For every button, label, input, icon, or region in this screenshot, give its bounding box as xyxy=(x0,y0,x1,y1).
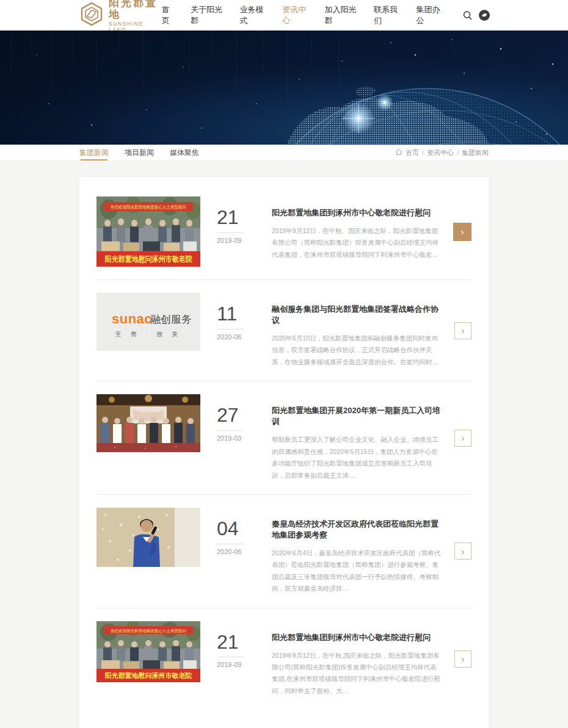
date-divider xyxy=(217,329,244,330)
news-day: 21 xyxy=(217,632,252,653)
news-title[interactable]: 阳光郡置地集团到涿州市中心敬老院进行慰问 xyxy=(272,207,440,218)
date-divider xyxy=(217,430,244,431)
breadcrumb: 首页 / 资讯中心 / 集团新闻 xyxy=(395,148,489,157)
news-arrow-button[interactable]: › xyxy=(454,542,472,560)
home-icon xyxy=(395,148,402,157)
news-excerpt: 2019年9月12日，在中秋、国庆来临之际，阳光郡置地集团有限公司（简称阳光郡集… xyxy=(272,225,440,261)
news-tabbar: 集团新闻 项目新闻 媒体聚焦 首页 / 资讯中心 / 集团新闻 xyxy=(0,145,568,160)
news-item: sunac 融创服务 至 善 · 致 美 11 2020-06 融创服务集团与阳… xyxy=(96,293,472,381)
chevron-right-icon: › xyxy=(462,546,465,557)
chevron-right-icon: › xyxy=(462,325,465,336)
tab-media-focus[interactable]: 媒体聚焦 xyxy=(170,145,199,160)
breadcrumb-group-news[interactable]: 集团新闻 xyxy=(462,148,489,157)
date-divider xyxy=(217,544,244,544)
news-item: 27 2019-03 阳光郡置地集团开展2020年第一期新员工入司培训 帮助新员… xyxy=(96,394,472,495)
nav-join[interactable]: 加入阳光郡 xyxy=(325,1,359,30)
thumb-banner-text: 阳光郡置地慰问涿州市敬老院 xyxy=(105,671,192,679)
news-thumbnail-nursing-home[interactable]: 热烈欢迎阳光郡置地集团爱心人士来院慰问 阳光郡置地慰问涿州市敬老院 xyxy=(96,621,200,682)
news-month: 2020-06 xyxy=(217,333,252,341)
news-date: 11 2020-06 xyxy=(217,304,252,341)
brand-name-cn: 阳光郡置地 xyxy=(109,0,162,21)
news-thumbnail-speaker[interactable] xyxy=(96,508,200,567)
news-arrow-button[interactable]: › xyxy=(454,651,472,668)
search-icon[interactable] xyxy=(462,10,473,21)
hero-banner xyxy=(0,31,568,145)
date-divider xyxy=(217,232,244,233)
news-day: 11 xyxy=(217,304,252,325)
chevron-right-icon: › xyxy=(462,433,465,443)
digital-globe-illustration xyxy=(0,31,568,145)
thumb-banner-text: 热烈欢迎阳光郡置地集团爱心人士来院慰问 xyxy=(111,204,186,211)
news-excerpt: 2019年9月12日，在中秋,国庆来临之际，阳光郡置地集团有限公司(简称阳光郡集… xyxy=(272,650,441,697)
globe-icon[interactable] xyxy=(479,10,490,21)
tab-group-news[interactable]: 集团新闻 xyxy=(79,145,109,160)
news-arrow-button[interactable]: › xyxy=(454,430,472,447)
breadcrumb-home[interactable]: 首页 xyxy=(406,148,419,157)
nav-group-office[interactable]: 集团办公 xyxy=(417,1,443,30)
news-day: 27 xyxy=(217,405,252,426)
news-month: 2019-09 xyxy=(217,661,252,668)
breadcrumb-separator: / xyxy=(457,149,459,156)
news-thumbnail-training[interactable] xyxy=(96,394,200,452)
news-date: 21 2019-09 xyxy=(217,207,252,244)
nav-business[interactable]: 业务模式 xyxy=(240,1,267,30)
news-date: 27 2019-03 xyxy=(217,405,252,442)
news-title[interactable]: 秦皇岛经济技术开发区政府代表团莅临阳光郡置地集团参观考察 xyxy=(272,519,441,541)
breadcrumb-separator: / xyxy=(422,149,424,156)
news-excerpt: 帮助新员工更深入了解公司企业文化、融入企业、增强员工的归属感和责任感，2020年… xyxy=(272,434,441,481)
thumb-banner-text: 热烈欢迎阳光郡置地集团爱心人士来院慰问 xyxy=(111,628,186,633)
news-title[interactable]: 融创服务集团与阳光郡置地集团签署战略合作协议 xyxy=(272,304,441,326)
news-thumbnail-sunac-logo[interactable]: sunac 融创服务 至 善 · 致 美 xyxy=(96,293,200,351)
nav-contact[interactable]: 联系我们 xyxy=(374,1,401,30)
site-header: 阳光郡置地 SUNSHINE LAND 首页 关于阳光郡 业务模式 资讯中心 加… xyxy=(0,0,568,31)
main-content: 热烈欢迎阳光郡置地集团爱心人士来院慰问 阳光郡置地慰问涿州市敬老院 xyxy=(0,160,568,728)
thumb-banner-text: 阳光郡置地慰问涿州市敬老院 xyxy=(105,254,192,264)
nav-news-center[interactable]: 资讯中心 xyxy=(282,1,309,30)
news-month: 2019-09 xyxy=(217,237,252,244)
nav-home[interactable]: 首页 xyxy=(162,1,175,30)
breadcrumb-news-center[interactable]: 资讯中心 xyxy=(427,148,454,157)
news-item: 04 2020-06 秦皇岛经济技术开发区政府代表团莅临阳光郡置地集团参观考察 … xyxy=(96,508,472,608)
news-excerpt: 2020年6月10日，阳光郡置地集团和融创服务集团同时发布信息，双方签署战略合作… xyxy=(272,333,441,368)
news-month: 2019-03 xyxy=(217,434,252,442)
brand-logo[interactable]: 阳光郡置地 SUNSHINE LAND xyxy=(79,0,162,33)
news-title[interactable]: 阳光郡置地集团开展2020年第一期新员工入司培训 xyxy=(272,405,441,427)
news-excerpt: 2020年6月4日，秦皇岛经济技术开发区政府代表团（简称代表团）莅临阳光郡置地集… xyxy=(272,547,441,595)
news-arrow-button[interactable]: › xyxy=(454,322,472,339)
news-list-card: 热烈欢迎阳光郡置地集团爱心人士来院慰问 阳光郡置地慰问涿州市敬老院 xyxy=(79,177,489,728)
main-nav: 首页 关于阳光郡 业务模式 资讯中心 加入阳光郡 联系我们 集团办公 xyxy=(162,1,490,30)
chevron-right-icon: › xyxy=(461,226,464,237)
news-thumbnail-nursing-home[interactable]: 热烈欢迎阳光郡置地集团爱心人士来院慰问 阳光郡置地慰问涿州市敬老院 xyxy=(96,196,200,267)
sunac-cn: 融创服务 xyxy=(150,314,192,325)
news-day: 21 xyxy=(217,207,252,228)
news-day: 04 xyxy=(217,519,252,539)
news-date: 04 2020-06 xyxy=(217,519,252,555)
nav-about[interactable]: 关于阳光郡 xyxy=(191,1,225,30)
sunac-wordmark: sunac xyxy=(112,311,152,326)
news-item: 热烈欢迎阳光郡置地集团爱心人士来院慰问 阳光郡置地慰问涿州市敬老院 xyxy=(96,621,472,710)
news-month: 2020-06 xyxy=(217,548,252,555)
date-divider xyxy=(217,657,244,657)
news-item: 热烈欢迎阳光郡置地集团爱心人士来院慰问 阳光郡置地慰问涿州市敬老院 xyxy=(96,196,472,280)
news-date: 21 2019-09 xyxy=(217,632,252,669)
sunac-slogan: 至 善 · 致 美 xyxy=(115,331,181,337)
brand-hexagon-icon xyxy=(79,2,104,29)
news-arrow-button[interactable]: › xyxy=(453,223,472,241)
tab-project-news[interactable]: 项目新闻 xyxy=(125,145,154,160)
chevron-right-icon: › xyxy=(462,654,465,664)
news-title[interactable]: 阳光郡置地集团到涿州市中心敬老院进行慰问 xyxy=(272,632,441,643)
